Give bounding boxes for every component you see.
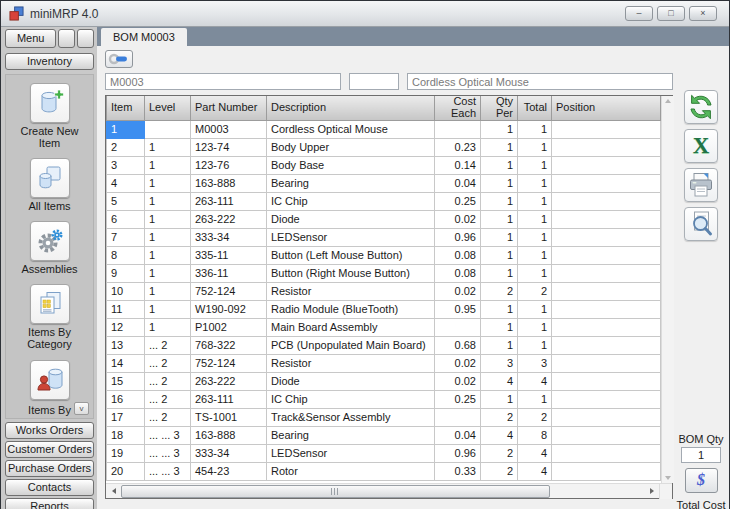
table-row[interactable]: 11 1 W190-092 Radio Module (BlueTooth) 0… <box>107 300 661 318</box>
chevron-down-icon: v <box>80 404 84 413</box>
col-header-cost-each[interactable]: Cost Each <box>435 96 481 120</box>
sidebar-section-purchase-orders[interactable]: Purchase Orders <box>5 460 94 477</box>
scroll-right-icon <box>650 488 654 494</box>
table-row[interactable]: 12 1 P1002 Main Board Assembly 1 1 <box>107 318 661 336</box>
printer-icon <box>687 171 715 199</box>
maximize-button[interactable]: □ <box>657 6 685 21</box>
scroll-left-button[interactable] <box>106 484 121 499</box>
sidebar-section-contacts[interactable]: Contacts <box>5 479 94 496</box>
app-icon <box>9 6 24 21</box>
col-header-part-number[interactable]: Part Number <box>191 96 267 120</box>
close-icon: × <box>700 8 705 18</box>
table-row[interactable]: 4 1 163-888 Bearing 0.04 1 1 <box>107 174 661 192</box>
table-row[interactable]: 20 ... ... 3 454-23 Rotor 0.33 2 4 <box>107 462 661 480</box>
main-area: BOM M0003 <box>97 27 729 509</box>
close-button[interactable]: × <box>689 6 717 21</box>
menu-extra-button-1[interactable] <box>58 29 75 48</box>
sidebar-section-reports[interactable]: Reports <box>5 498 94 509</box>
sidebar-item-items-by[interactable]: Items By v <box>8 360 91 416</box>
table-row[interactable]: 14 ... 2 752-124 Resistor 0.02 3 3 <box>107 354 661 372</box>
total-cost-label: Total Cost <box>677 499 726 509</box>
col-header-level[interactable]: Level <box>145 96 191 120</box>
table-row[interactable]: 7 1 333-34 LEDSensor 0.96 1 1 <box>107 228 661 246</box>
table-row[interactable]: 18 ... ... 3 163-888 Bearing 0.04 4 8 <box>107 426 661 444</box>
calculate-cost-button[interactable]: $ <box>685 468 718 493</box>
sidebar-section-customer-orders[interactable]: Customer Orders <box>5 441 94 458</box>
table-row[interactable]: 1 M0003 Cordless Optical Mouse 1 1 <box>107 120 661 138</box>
table-row[interactable]: 19 ... ... 3 333-34 LEDSensor 0.96 2 4 <box>107 444 661 462</box>
table-row[interactable]: 10 1 752-124 Resistor 0.02 2 2 <box>107 282 661 300</box>
col-header-description[interactable]: Description <box>267 96 435 120</box>
right-panel: X <box>673 46 729 509</box>
menu-extra-button-2[interactable] <box>77 29 94 48</box>
hscroll-thumb[interactable] <box>121 485 550 498</box>
create-new-item-icon <box>36 89 64 117</box>
bom-table-body: 1 M0003 Cordless Optical Mouse 1 1 <box>107 120 661 480</box>
sidebar-sections: Works Orders Customer Orders Purchase Or… <box>5 422 94 509</box>
sidebar-section-inventory[interactable]: Inventory <box>5 53 94 70</box>
table-row[interactable]: 3 1 123-76 Body Base 0.14 1 1 <box>107 156 661 174</box>
bom-table: Item Level Part Number Description Cost … <box>106 96 661 481</box>
menu-button[interactable]: Menu <box>5 29 56 48</box>
search-document-icon <box>687 210 715 238</box>
col-header-total[interactable]: Total <box>518 96 552 120</box>
scroll-up-icon[interactable] <box>665 99 671 103</box>
table-row[interactable]: 17 ... 2 TS-1001 Track&Sensor Assembly 2… <box>107 408 661 426</box>
edit-item-button[interactable] <box>105 50 133 68</box>
horizontal-scrollbar[interactable] <box>106 483 672 498</box>
inventory-panel: Create New Item All Items <box>5 74 94 419</box>
sidebar-item-create-new-item[interactable]: Create New Item <box>8 83 91 155</box>
sidebar: Menu Inventory Create New Item <box>1 27 97 509</box>
window-title: miniMRP 4.0 <box>30 7 625 21</box>
scrollbar-corner <box>659 484 672 499</box>
table-row[interactable]: 9 1 336-11 Button (Right Mouse Button) 0… <box>107 264 661 282</box>
table-row[interactable]: 2 1 123-74 Body Upper 0.23 1 1 <box>107 138 661 156</box>
title-bar: miniMRP 4.0 – □ × <box>1 1 729 27</box>
description-input[interactable] <box>407 73 673 90</box>
wrench-icon <box>108 53 130 65</box>
bom-grid: Item Level Part Number Description Cost … <box>105 95 673 499</box>
grip-icon <box>331 488 339 495</box>
refresh-button[interactable] <box>684 90 718 124</box>
items-by-category-icon <box>36 290 64 318</box>
tab-bom-m0003[interactable]: BOM M0003 <box>101 28 187 46</box>
sidebar-section-works-orders[interactable]: Works Orders <box>5 422 94 439</box>
minimize-button[interactable]: – <box>625 6 653 21</box>
col-header-item[interactable]: Item <box>107 96 145 120</box>
part-number-input[interactable] <box>105 73 341 90</box>
print-button[interactable] <box>684 168 718 202</box>
preview-button[interactable] <box>684 207 718 241</box>
table-row[interactable]: 13 ... 2 768-322 PCB (Unpopulated Main B… <box>107 336 661 354</box>
app-window: miniMRP 4.0 – □ × Menu Inventory <box>0 0 730 509</box>
col-header-qty-per[interactable]: Qty Per <box>481 96 518 120</box>
maximize-icon: □ <box>668 8 673 18</box>
excel-icon: X <box>693 133 710 159</box>
table-row[interactable]: 15 ... 2 263-222 Diode 0.02 4 4 <box>107 372 661 390</box>
sidebar-item-items-by-category[interactable]: Items By Category <box>8 284 91 356</box>
items-by-dropdown-button[interactable]: v <box>74 402 89 415</box>
bom-qty-input[interactable] <box>681 447 721 463</box>
table-row[interactable]: 16 ... 2 263-111 IC Chip 0.25 1 1 <box>107 390 661 408</box>
scroll-right-button[interactable] <box>644 484 659 499</box>
minimize-icon: – <box>636 8 641 18</box>
scroll-down-icon[interactable] <box>665 476 671 480</box>
all-items-icon <box>36 164 64 192</box>
refresh-icon <box>687 93 715 121</box>
scroll-left-icon <box>112 488 116 494</box>
table-row[interactable]: 8 1 335-11 Button (Left Mouse Button) 0.… <box>107 246 661 264</box>
revision-input[interactable] <box>349 73 399 90</box>
table-row[interactable]: 5 1 263-111 IC Chip 0.25 1 1 <box>107 192 661 210</box>
col-header-position[interactable]: Position <box>552 96 661 120</box>
dollar-icon: $ <box>697 471 705 488</box>
assemblies-icon <box>36 227 64 255</box>
table-header-row: Item Level Part Number Description Cost … <box>107 96 661 120</box>
sidebar-item-all-items[interactable]: All Items <box>8 158 91 218</box>
export-excel-button[interactable]: X <box>684 129 718 163</box>
items-by-icon <box>36 366 64 394</box>
sidebar-item-assemblies[interactable]: Assemblies <box>8 221 91 281</box>
tab-strip: BOM M0003 <box>97 27 729 46</box>
bom-qty-label: BOM Qty <box>678 433 723 445</box>
table-row[interactable]: 6 1 263-222 Diode 0.02 1 1 <box>107 210 661 228</box>
